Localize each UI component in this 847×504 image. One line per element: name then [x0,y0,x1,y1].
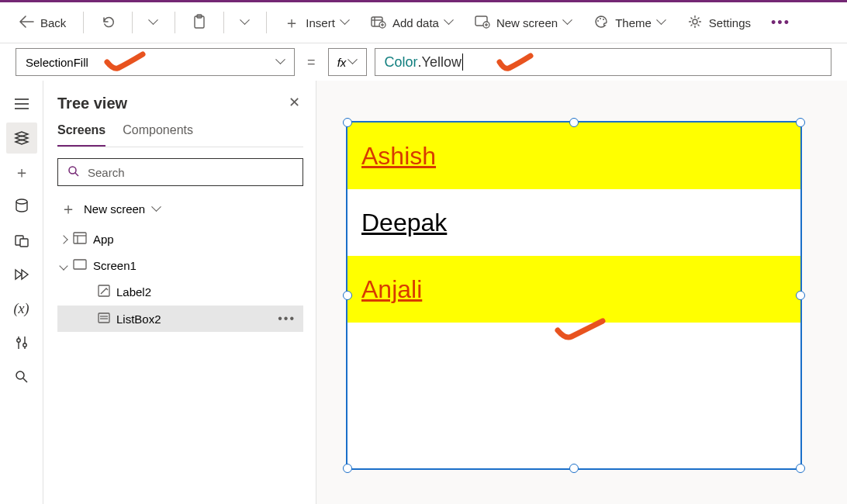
separator [266,12,267,33]
resize-handle[interactable] [796,118,805,127]
close-icon: ✕ [289,94,300,111]
resize-handle[interactable] [343,291,352,300]
rail-search[interactable] [6,361,37,392]
listbox-item[interactable]: Anjali [347,256,800,323]
app-icon [73,232,87,247]
tree-item-label: App [93,233,114,246]
chevron-down-icon [341,19,349,26]
arrow-left-icon [19,15,34,31]
plus-icon: ＋ [60,198,76,219]
separator [223,12,224,33]
resize-handle[interactable] [796,291,805,300]
plus-icon: ＋ [284,12,299,33]
rail-insert[interactable]: ＋ [6,157,37,188]
resize-handle[interactable] [796,464,805,473]
tree-title: Tree view [57,95,303,112]
equals-sign: = [302,54,320,71]
listbox-control[interactable]: Ashish Deepak Anjali [346,121,802,470]
chevron-down-icon [59,261,67,270]
resize-handle[interactable] [343,464,352,473]
formula-token-ns: Color [385,54,418,71]
tree-view-panel: Tree view ✕ Screens Components Search ＋ … [43,81,316,504]
rail-tree-view[interactable] [6,123,37,154]
listbox-item[interactable]: Deepak [347,189,800,256]
gear-icon [687,14,703,32]
screen-icon [73,259,87,272]
label-icon [98,285,110,299]
svg-rect-21 [20,239,28,247]
undo-button[interactable] [92,10,124,36]
tree-item-app[interactable]: App [57,226,303,253]
new-screen-button[interactable]: New screen [465,10,581,36]
fx-button[interactable]: fx [328,48,367,76]
more-button[interactable]: ••• [763,15,798,31]
tab-screens[interactable]: Screens [57,123,105,147]
tree-item-more[interactable]: ••• [278,312,300,326]
rail-tools[interactable] [6,327,37,358]
rail-data[interactable] [6,191,37,222]
close-panel-button[interactable]: ✕ [283,91,305,113]
property-selector[interactable]: SelectionFill [16,48,295,76]
tree-item-listbox2[interactable]: ListBox2 ••• [57,306,303,332]
formula-input[interactable]: Color.Yellow [375,48,831,76]
separator [132,12,133,33]
settings-button[interactable]: Settings [678,9,760,36]
resize-handle[interactable] [343,118,352,127]
design-canvas[interactable]: Ashish Deepak Anjali [316,81,847,504]
svg-line-29 [75,173,78,176]
formula-token-val: Yellow [422,54,462,71]
svg-rect-35 [99,313,109,323]
tree-search-input[interactable]: Search [57,158,303,186]
separator [83,12,84,33]
svg-rect-30 [74,233,86,243]
data-icon [371,15,386,31]
svg-point-14 [603,19,604,20]
svg-point-19 [16,199,27,204]
svg-point-28 [69,167,76,174]
insert-button[interactable]: ＋ Insert [275,8,358,38]
paste-menu[interactable] [232,14,258,31]
chevron-down-icon [150,19,157,26]
rail-hamburger[interactable] [6,88,37,119]
svg-rect-33 [74,260,86,269]
add-data-button[interactable]: Add data [361,10,462,36]
tree-item-label2[interactable]: Label2 [57,278,303,306]
listbox-item[interactable]: Ashish [347,123,800,189]
undo-menu[interactable] [140,14,167,31]
chevron-down-icon [658,19,666,26]
back-button[interactable]: Back [9,10,75,36]
tree-item-label: ListBox2 [116,312,161,326]
separator [175,12,175,33]
insert-label: Insert [306,16,335,29]
tree-item-label: Screen1 [93,259,137,272]
plus-icon: ＋ [14,162,29,183]
theme-button[interactable]: Theme [584,10,675,36]
palette-icon [593,15,609,31]
fx-label: fx [337,56,347,69]
rail-powerautomate[interactable] [6,259,37,290]
chevron-down-icon [277,58,285,66]
svg-line-27 [23,378,27,382]
resize-handle[interactable] [569,118,579,127]
search-icon [67,165,80,180]
resize-handle[interactable] [569,464,579,473]
svg-point-26 [16,371,24,379]
rail-media[interactable] [6,225,37,256]
paste-button[interactable] [183,9,216,36]
svg-point-12 [597,20,599,22]
clipboard-icon [192,14,206,32]
new-screen-label: New screen [496,16,558,29]
chevron-down-icon [445,19,453,26]
tab-components[interactable]: Components [123,123,193,147]
settings-label: Settings [709,16,751,29]
tree-new-screen-label: New screen [84,202,145,216]
rail-variables[interactable]: (x) [6,293,37,324]
undo-icon [101,15,115,31]
workspace: ＋ (x) Tree view ✕ Screens Components [0,81,847,504]
svg-point-13 [600,18,601,19]
tree-item-screen1[interactable]: Screen1 [57,253,303,278]
tree-new-screen-button[interactable]: ＋ New screen [57,192,303,226]
text-caret [462,54,463,71]
chevron-down-icon [241,19,249,26]
chevron-down-icon [564,19,572,26]
